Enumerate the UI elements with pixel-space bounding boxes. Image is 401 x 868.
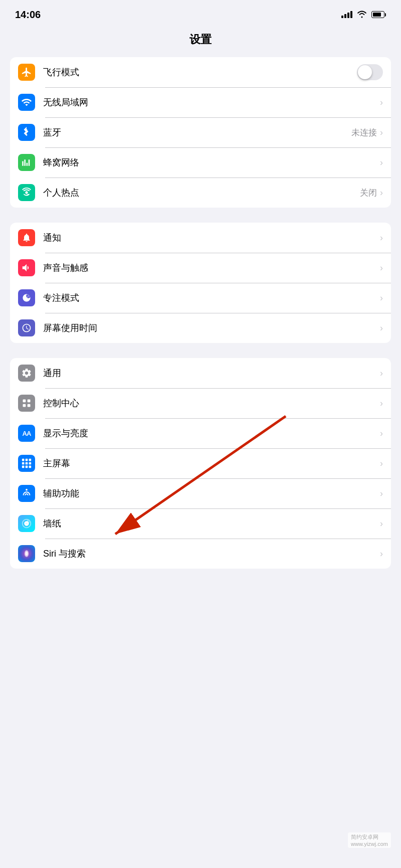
svg-point-13 (26, 489, 28, 491)
accessibility-row[interactable]: 辅助功能 › (10, 478, 391, 508)
wallpaper-row[interactable]: 墙纸 › (10, 508, 391, 539)
svg-rect-3 (28, 404, 31, 407)
status-icons (341, 9, 386, 21)
svg-rect-8 (26, 462, 28, 465)
svg-rect-6 (29, 459, 32, 461)
accessibility-label: 辅助功能 (43, 487, 380, 499)
homescreen-label: 主屏幕 (43, 457, 380, 469)
wifi-row[interactable]: 无线局域网 › (10, 87, 391, 117)
svg-rect-4 (22, 459, 25, 461)
svg-rect-7 (22, 462, 25, 465)
watermark: 简约安卓网 www.yizwj.com (348, 832, 391, 848)
controlcenter-row[interactable]: 控制中心 › (10, 388, 391, 418)
svg-rect-0 (23, 400, 26, 403)
sound-chevron: › (380, 263, 383, 273)
hotspot-chevron: › (380, 188, 383, 198)
hotspot-row[interactable]: 个人热点 关闭 › (10, 178, 391, 208)
airplane-label: 飞行模式 (43, 66, 357, 78)
focus-label: 专注模式 (43, 292, 380, 304)
focus-icon (18, 289, 35, 306)
wifi-icon (18, 94, 35, 111)
controlcenter-chevron: › (380, 398, 383, 409)
status-bar: 14:06 (0, 0, 401, 27)
general-chevron: › (380, 368, 383, 379)
hotspot-icon (18, 184, 35, 201)
homescreen-icon (18, 455, 35, 472)
svg-rect-12 (29, 466, 32, 468)
sound-label: 声音与触感 (43, 262, 380, 274)
siri-chevron: › (380, 549, 383, 559)
notifications-icon (18, 229, 35, 246)
focus-row[interactable]: 专注模式 › (10, 283, 391, 313)
homescreen-row[interactable]: 主屏幕 › (10, 448, 391, 478)
controlcenter-label: 控制中心 (43, 397, 380, 409)
screentime-icon (18, 319, 35, 336)
signal-icon (341, 11, 352, 18)
display-icon: AA (18, 425, 35, 442)
general-group: 通用 › 控制中心 › AA 显示与亮度 › (10, 358, 391, 569)
sound-icon (18, 259, 35, 276)
cellular-chevron: › (380, 157, 383, 168)
display-chevron: › (380, 428, 383, 439)
bluetooth-label: 蓝牙 (43, 126, 351, 138)
battery-icon (371, 11, 386, 18)
svg-rect-9 (29, 462, 32, 465)
wifi-chevron: › (380, 97, 383, 108)
accessibility-chevron: › (380, 488, 383, 499)
sound-row[interactable]: 声音与触感 › (10, 253, 391, 283)
display-row[interactable]: AA 显示与亮度 › (10, 418, 391, 448)
general-row[interactable]: 通用 › (10, 358, 391, 388)
screentime-label: 屏幕使用时间 (43, 322, 380, 334)
svg-rect-11 (26, 466, 28, 468)
display-label: 显示与亮度 (43, 427, 380, 439)
bluetooth-value: 未连接 (351, 127, 377, 138)
notifications-chevron: › (380, 233, 383, 243)
notifications-label: 通知 (43, 232, 380, 244)
hotspot-label: 个人热点 (43, 187, 360, 199)
screentime-row[interactable]: 屏幕使用时间 › (10, 313, 391, 343)
wifi-status-icon (356, 9, 367, 21)
accessibility-icon (18, 485, 35, 502)
bluetooth-row[interactable]: 蓝牙 未连接 › (10, 117, 391, 147)
notifications-group: 通知 › 声音与触感 › (10, 223, 391, 343)
airplane-toggle[interactable] (357, 64, 383, 80)
bluetooth-chevron: › (380, 127, 383, 138)
wallpaper-chevron: › (380, 518, 383, 529)
cellular-row[interactable]: 蜂窝网络 › (10, 147, 391, 178)
cellular-label: 蜂窝网络 (43, 156, 380, 168)
notifications-row[interactable]: 通知 › (10, 223, 391, 253)
airplane-icon (18, 64, 35, 81)
hotspot-value: 关闭 (360, 187, 377, 199)
svg-rect-10 (22, 466, 25, 468)
bluetooth-icon (18, 124, 35, 141)
homescreen-chevron: › (380, 458, 383, 469)
cellular-icon (18, 154, 35, 171)
siri-row[interactable]: Siri 与搜索 › (10, 539, 391, 569)
wifi-label: 无线局域网 (43, 96, 380, 108)
general-icon (18, 365, 35, 382)
siri-icon (18, 545, 35, 562)
controlcenter-icon (18, 395, 35, 412)
svg-rect-5 (26, 459, 28, 461)
general-label: 通用 (43, 367, 380, 379)
airplane-mode-row[interactable]: 飞行模式 (10, 57, 391, 87)
siri-label: Siri 与搜索 (43, 548, 380, 560)
svg-point-16 (26, 552, 28, 556)
focus-chevron: › (380, 293, 383, 303)
page-title: 设置 (0, 27, 401, 57)
svg-rect-1 (28, 400, 31, 403)
status-time: 14:06 (15, 9, 41, 21)
screentime-chevron: › (380, 323, 383, 333)
svg-rect-2 (23, 404, 26, 407)
wallpaper-icon (18, 515, 35, 532)
wallpaper-label: 墙纸 (43, 517, 380, 530)
network-group: 飞行模式 无线局域网 › 蓝牙 未连接 › (10, 57, 391, 208)
